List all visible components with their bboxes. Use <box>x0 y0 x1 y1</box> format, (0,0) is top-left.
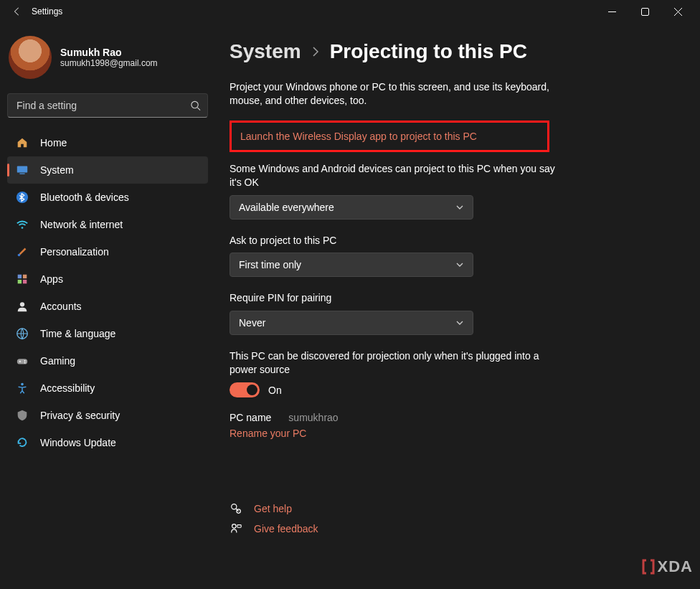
svg-point-19 <box>232 524 236 528</box>
rename-pc-link[interactable]: Rename your PC <box>230 428 559 439</box>
sidebar: Sumukh Rao sumukh1998@gmail.com Home S <box>0 23 215 589</box>
sidebar-item-home[interactable]: Home <box>7 129 208 156</box>
svg-rect-20 <box>237 525 241 528</box>
chevron-down-icon <box>455 260 464 269</box>
search-icon <box>190 100 201 111</box>
sidebar-item-update[interactable]: Windows Update <box>7 429 208 456</box>
search-input[interactable] <box>7 93 208 118</box>
sidebar-item-accounts[interactable]: Accounts <box>7 293 208 320</box>
sidebar-item-label: Bluetooth & devices <box>40 192 129 203</box>
pcname-value: sumukhrao <box>288 412 338 423</box>
select-ask-to-project[interactable]: First time only <box>230 253 473 277</box>
update-icon <box>14 435 30 451</box>
user-email: sumukh1998@gmail.com <box>60 58 158 68</box>
svg-rect-7 <box>18 275 22 278</box>
svg-point-16 <box>21 383 24 386</box>
back-button[interactable] <box>6 0 29 23</box>
bluetooth-icon <box>14 189 30 205</box>
svg-point-17 <box>232 504 237 509</box>
setting-discovery: This PC can be discovered for projection… <box>230 349 559 397</box>
sidebar-item-privacy[interactable]: Privacy & security <box>7 402 208 429</box>
main-content: System Projecting to this PC Project you… <box>215 23 700 589</box>
sidebar-item-bluetooth[interactable]: Bluetooth & devices <box>7 184 208 211</box>
breadcrumb: System Projecting to this PC <box>230 40 671 63</box>
toggle-state-label: On <box>268 385 282 396</box>
give-feedback-link[interactable]: Give feedback <box>230 522 671 535</box>
svg-point-1 <box>191 101 198 108</box>
setting-label: Ask to project to this PC <box>230 234 559 248</box>
setting-label: Require PIN for pairing <box>230 291 559 305</box>
setting-ask-to-project: Ask to project to this PC First time onl… <box>230 234 559 278</box>
apps-icon <box>14 271 30 287</box>
sidebar-item-time-language[interactable]: Time & language <box>7 320 208 347</box>
wifi-icon <box>14 217 30 232</box>
home-icon <box>14 135 30 151</box>
sidebar-item-apps[interactable]: Apps <box>7 265 208 293</box>
launch-wireless-display-link[interactable]: Launch the Wireless Display app to proje… <box>240 131 477 142</box>
shield-icon <box>14 407 30 423</box>
footer-links: Get help Give feedback <box>230 502 671 535</box>
sidebar-item-label: Personalization <box>40 246 109 258</box>
link-label: Get help <box>254 503 292 514</box>
setting-label: Some Windows and Android devices can pro… <box>230 162 559 189</box>
nav-list: Home System Bluetooth & devices Network … <box>7 129 208 456</box>
chevron-down-icon <box>455 319 464 327</box>
svg-point-14 <box>24 360 26 362</box>
sidebar-item-label: Apps <box>40 273 63 285</box>
minimize-button[interactable] <box>595 0 628 23</box>
chevron-down-icon <box>455 203 464 212</box>
brush-icon <box>14 244 30 260</box>
close-button[interactable] <box>661 0 694 23</box>
sidebar-item-gaming[interactable]: Gaming <box>7 347 208 374</box>
pcname-label: PC name <box>230 412 271 423</box>
gamepad-icon <box>14 353 30 369</box>
svg-rect-8 <box>23 275 27 278</box>
user-name: Sumukh Rao <box>60 47 158 58</box>
sidebar-item-label: Gaming <box>40 355 75 367</box>
sidebar-item-label: Accounts <box>40 301 82 312</box>
select-project-permission[interactable]: Available everywhere <box>230 195 473 220</box>
user-card[interactable]: Sumukh Rao sumukh1998@gmail.com <box>7 30 208 90</box>
svg-rect-13 <box>17 359 27 364</box>
breadcrumb-current: Projecting to this PC <box>330 40 527 63</box>
sidebar-item-network[interactable]: Network & internet <box>7 211 208 238</box>
sidebar-item-label: Privacy & security <box>40 410 120 421</box>
get-help-link[interactable]: Get help <box>230 502 671 515</box>
discovery-toggle[interactable] <box>230 382 260 397</box>
svg-rect-10 <box>23 280 27 283</box>
avatar <box>9 36 52 79</box>
search-box[interactable] <box>7 93 208 118</box>
svg-rect-3 <box>19 174 24 174</box>
feedback-icon <box>230 522 242 535</box>
titlebar: Settings <box>0 0 700 23</box>
help-icon <box>230 502 242 515</box>
sidebar-item-personalization[interactable]: Personalization <box>7 238 208 265</box>
link-label: Give feedback <box>254 523 318 534</box>
pcname-group: PC name sumukhrao Rename your PC <box>230 412 559 439</box>
maximize-button[interactable] <box>628 0 661 23</box>
breadcrumb-parent[interactable]: System <box>230 40 301 63</box>
setting-label: This PC can be discovered for projection… <box>230 349 559 377</box>
select-value: Available everywhere <box>239 202 334 213</box>
svg-point-15 <box>24 362 26 364</box>
setting-project-permission: Some Windows and Android devices can pro… <box>230 162 559 220</box>
select-require-pin[interactable]: Never <box>230 311 473 335</box>
sidebar-item-label: Network & internet <box>40 219 123 230</box>
system-icon <box>14 162 30 178</box>
app-title: Settings <box>32 6 62 17</box>
chevron-right-icon <box>311 46 320 57</box>
sidebar-item-label: Accessibility <box>40 382 95 394</box>
svg-rect-9 <box>18 280 22 283</box>
page-description: Project your Windows phone or PC to this… <box>230 80 559 108</box>
svg-point-6 <box>18 254 21 257</box>
watermark-bracket-icon <box>642 559 655 575</box>
person-icon <box>14 298 30 314</box>
watermark: XDA <box>642 557 693 576</box>
sidebar-item-label: System <box>40 164 74 176</box>
select-value: First time only <box>239 259 301 270</box>
sidebar-item-label: Windows Update <box>40 437 116 448</box>
sidebar-item-system[interactable]: System <box>7 156 208 184</box>
sidebar-item-accessibility[interactable]: Accessibility <box>7 374 208 402</box>
setting-require-pin: Require PIN for pairing Never <box>230 291 559 335</box>
svg-point-5 <box>22 227 24 229</box>
